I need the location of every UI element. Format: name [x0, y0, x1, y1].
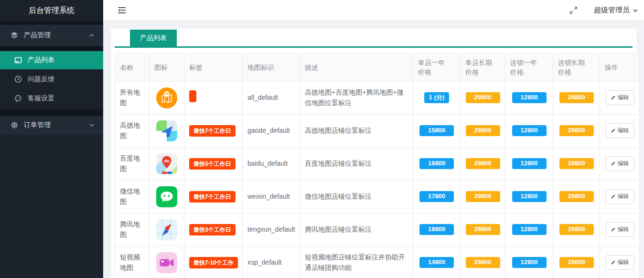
pencil-icon	[611, 194, 616, 199]
sidebar-fold-icon[interactable]	[118, 7, 126, 14]
allmap-icon	[156, 87, 178, 109]
edit-button[interactable]: 编辑	[605, 90, 634, 105]
sidebar-item-product-list[interactable]: 产品列表	[0, 51, 103, 69]
pencil-icon	[611, 161, 616, 166]
column-header: 标签	[184, 54, 243, 82]
price-cell: 15800	[413, 114, 461, 147]
gaode-icon	[156, 120, 178, 142]
price-cell: 12800	[505, 180, 553, 213]
edit-button-label: 编辑	[618, 160, 629, 168]
description-cell: 微信地图店铺位置标注	[300, 180, 413, 213]
chevron-down-icon	[89, 122, 95, 128]
price-badge: 29800	[466, 224, 500, 235]
pencil-icon	[611, 128, 616, 133]
delivery-tag: 最快5个工作日	[189, 158, 236, 170]
price-badge: 29800	[466, 191, 500, 202]
price-cell: 29800	[553, 180, 600, 213]
product-name-cell: 百度地图	[115, 147, 150, 180]
column-header: 单店长期 价格	[461, 54, 505, 82]
layers-icon	[11, 32, 18, 39]
window-icon	[14, 56, 22, 64]
price-badge: 16800	[419, 158, 454, 169]
price-cell: 12800	[505, 114, 553, 147]
column-header: 图标	[150, 54, 184, 82]
price-badge: 29800	[466, 125, 500, 136]
topbar-right: 超级管理员	[569, 6, 638, 15]
price-cell: 14800	[413, 246, 461, 278]
table-body: 所有地图all_default高德地图+百度地图+腾讯地图+微信地图位置标注1 …	[115, 81, 640, 278]
column-header: 连锁长期 价格	[553, 54, 600, 82]
divider	[0, 108, 103, 116]
price-cell: 29800	[461, 81, 505, 114]
tab-product-list[interactable]: 产品列表	[130, 30, 177, 46]
sidebar-item-customer-service[interactable]: 客服设置	[0, 89, 103, 107]
user-name: 超级管理员	[594, 6, 630, 15]
price-badge: 29800	[466, 158, 500, 169]
product-icon-cell	[150, 213, 184, 246]
sidebar-item-label: 客服设置	[28, 94, 54, 103]
map-key-cell: gaode_default	[243, 114, 300, 147]
column-header: 单店一年 价格	[413, 54, 461, 82]
sidebar-item-feedback[interactable]: 问题反馈	[0, 70, 103, 88]
product-name-cell: 腾讯地图	[115, 213, 150, 246]
user-dropdown[interactable]: 超级管理员	[594, 6, 638, 15]
app-window: 后台管理系统 产品管理 产品列表 问题反馈 客服设置 订单管理	[0, 0, 644, 278]
edit-button[interactable]: 编辑	[605, 222, 634, 237]
operation-cell: 编辑	[600, 246, 640, 278]
table-row: 腾讯地图最快3个工作日tengxun_default腾讯地图店铺位置标注1880…	[115, 213, 640, 246]
main-area: 超级管理员 产品列表	[103, 0, 644, 278]
tab-bar: 产品列表	[111, 30, 636, 46]
operation-cell: 编辑	[600, 81, 640, 114]
column-header: 连锁一年 价格	[505, 54, 553, 82]
edit-button[interactable]: 编辑	[605, 189, 634, 204]
column-header: 地图标识	[243, 54, 300, 82]
tengxun-icon	[156, 219, 178, 241]
table-row: 高德地图最快7个工作日gaode_default高德地图店铺位置标注158002…	[115, 114, 640, 147]
topbar: 超级管理员	[103, 0, 644, 21]
price-cell: 29800	[553, 213, 600, 246]
chevron-up-icon	[89, 32, 95, 38]
edit-button[interactable]: 编辑	[605, 156, 634, 171]
sidebar-item-order-management[interactable]: 订单管理	[0, 116, 103, 134]
delivery-tag: 最快7个工作日	[189, 125, 236, 137]
sidebar-item-label: 订单管理	[24, 121, 51, 129]
map-key-cell: all_default	[243, 81, 300, 114]
pencil-icon	[611, 260, 616, 265]
price-cell: 29800	[461, 114, 505, 147]
divider	[0, 21, 103, 25]
sidebar-item-product-management[interactable]: 产品管理	[0, 25, 103, 46]
table-row: 所有地图all_default高德地图+百度地图+腾讯地图+微信地图位置标注1 …	[115, 81, 640, 114]
description-cell: 短视频地图店铺位置标注并协助开通店铺团购功能	[300, 246, 413, 278]
operation-cell: 编辑	[600, 213, 640, 246]
price-cell: 18800	[413, 213, 461, 246]
price-badge: 29800	[559, 257, 594, 268]
fullscreen-icon[interactable]	[569, 6, 578, 14]
description-cell: 百度地图店铺位置标注	[300, 147, 413, 180]
gear-icon	[11, 121, 18, 129]
price-badge: 1 (分)	[424, 92, 449, 103]
price-badge: 29800	[559, 125, 594, 136]
column-header: 描述	[300, 54, 413, 82]
card: 产品列表 名称图标标签地图标识描述单店一年 价格单店长期 价格连锁一年 价格连锁…	[111, 29, 636, 278]
product-icon-cell	[150, 180, 184, 213]
baidu-icon: du	[156, 153, 178, 175]
edit-button[interactable]: 编辑	[605, 123, 634, 138]
edit-button[interactable]: 编辑	[605, 255, 634, 270]
price-cell: 29800	[461, 147, 505, 180]
sidebar-item-label: 问题反馈	[28, 75, 54, 84]
price-badge: 29800	[466, 257, 500, 268]
product-icon-cell	[150, 114, 184, 147]
price-badge: 12800	[512, 224, 547, 235]
price-badge: 12800	[512, 158, 547, 169]
tag-cell: 最快7个工作日	[184, 114, 243, 147]
delivery-tag	[189, 90, 196, 102]
price-cell: 12800	[505, 81, 553, 114]
description-cell: 高德地图+百度地图+腾讯地图+微信地图位置标注	[300, 81, 413, 114]
price-cell: 12800	[505, 147, 553, 180]
tag-cell: 最快3个工作日	[184, 213, 243, 246]
pencil-icon	[611, 227, 616, 232]
product-name-cell: 所有地图	[115, 81, 150, 114]
operation-cell: 编辑	[600, 180, 640, 213]
table-row: 微信地图最快7个工作日weixin_default微信地图店铺位置标注17800…	[115, 180, 640, 213]
price-cell: 16800	[413, 147, 461, 180]
